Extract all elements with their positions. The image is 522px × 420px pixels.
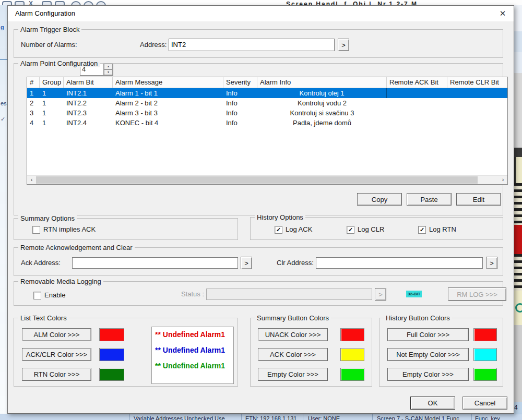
ack-clr-color-swatch: [99, 348, 124, 361]
bg-number-fragment: 4: [514, 404, 518, 411]
alarm-table: # Group Alarm Bit Alarm Message Severity…: [27, 77, 508, 185]
table-cell: INT2.1: [64, 88, 113, 98]
ack-color-button[interactable]: ACK Color >>>: [258, 348, 328, 361]
bg-fragment: [514, 254, 522, 291]
column-header[interactable]: Remote CLR Bit: [447, 77, 507, 88]
unack-color-swatch: [340, 328, 364, 341]
dialog-title: Alarm Configuration: [15, 9, 75, 17]
toolbar-icon-fragment: [42, 1, 52, 5]
table-row[interactable]: 11INT2.1Alarm 1 - bit 1InfoKontroluj ole…: [27, 88, 507, 98]
table-row[interactable]: 41INT2.4KONEC - bit 4InfoPadla, jdeme do…: [27, 118, 507, 128]
log-ack-checkbox[interactable]: ✓: [275, 226, 282, 234]
bg-fragment: [514, 183, 522, 225]
table-cell: Kontroluj olej 1: [257, 88, 387, 98]
toolbar-icon-fragment: [15, 1, 25, 5]
enable-label: Enable: [44, 291, 65, 299]
alarm-configuration-dialog: Alarm Configuration ✕ Alarm Trigger Bloc…: [7, 5, 514, 414]
scroll-left-icon[interactable]: ‹: [27, 176, 36, 184]
column-header[interactable]: Group: [40, 77, 64, 88]
column-header[interactable]: Alarm Bit: [64, 77, 113, 88]
status-segment: Variable Addresses Unchecked Use: [134, 415, 225, 420]
bg-fragment: [514, 73, 522, 148]
edit-button[interactable]: Edit: [456, 193, 501, 206]
horizontal-scrollbar[interactable]: ‹ ›: [27, 175, 507, 184]
ack-address-input[interactable]: [72, 257, 238, 269]
table-cell: Alarm 3 - bit 3: [113, 108, 223, 118]
bg-fragment: [514, 148, 522, 157]
bg-fragment: [514, 157, 522, 183]
table-cell: Kontroluj vodu 2: [257, 98, 387, 108]
table-cell: INT2.4: [64, 118, 113, 128]
history-empty-color-button[interactable]: Empty Color >>>: [387, 368, 469, 381]
cancel-button[interactable]: Cancel: [462, 397, 507, 410]
left-fragment: g: [1, 24, 4, 30]
log-ack-label: Log ACK: [286, 225, 312, 233]
status-input: [206, 289, 372, 300]
copy-button[interactable]: Copy: [357, 193, 402, 206]
bg-fragment: [514, 291, 522, 325]
table-row[interactable]: 21INT2.2Alarm 2 - bit 2InfoKontroluj vod…: [27, 98, 507, 108]
rtn-color-button[interactable]: RTN Color >>>: [22, 368, 91, 381]
column-header[interactable]: Alarm Message: [113, 77, 223, 88]
group-list-text-colors: List Text Colors ALM Color >>> ACK/CLR C…: [14, 318, 238, 387]
column-header[interactable]: Severity: [223, 77, 257, 88]
rtn-implies-ack-checkbox[interactable]: [32, 226, 40, 234]
ack-address-browse-button[interactable]: >: [241, 257, 252, 269]
group-legend: List Text Colors: [18, 314, 69, 322]
bg-fragment: [514, 52, 522, 73]
group-legend: History Button Colors: [384, 314, 452, 322]
group-legend: Removable Media Logging: [18, 278, 103, 285]
column-header[interactable]: #: [27, 77, 40, 88]
left-fragment: ✓: [1, 116, 5, 123]
table-cell: INT2.2: [64, 98, 113, 108]
status-divider: [129, 414, 130, 420]
toolbar-icon-fragment: [2, 1, 12, 5]
group-legend: Summary Button Colors: [255, 314, 331, 322]
ack-clr-color-button[interactable]: ACK/CLR Color >>>: [22, 348, 91, 361]
table-cell: 1: [40, 98, 64, 108]
bg-fragment: [514, 225, 522, 254]
rm-log-button: RM LOG >>>: [448, 287, 506, 301]
clr-address-browse-button[interactable]: >: [486, 257, 497, 269]
bg-fragment: [514, 31, 522, 52]
log-clr-checkbox[interactable]: ✓: [347, 226, 354, 234]
close-icon[interactable]: ✕: [494, 6, 512, 21]
ok-button[interactable]: OK: [410, 397, 455, 410]
toolbar-icon-fragment: [84, 1, 93, 5]
group-history-button-colors: History Button Colors Full Color >>> Not…: [379, 318, 503, 387]
column-header[interactable]: Alarm Info: [257, 77, 387, 88]
scroll-right-icon[interactable]: ›: [499, 176, 507, 184]
not-empty-color-button[interactable]: Not Empty Color >>>: [387, 348, 469, 361]
status-browse-button[interactable]: >: [375, 288, 386, 301]
column-header[interactable]: Remote ACK Bit: [387, 77, 447, 88]
log-rtn-label: Log RTN: [429, 225, 456, 233]
table-cell: Padla, jdeme domů: [257, 118, 387, 128]
table-cell: [447, 118, 507, 128]
unack-color-button[interactable]: UNACK Color >>>: [258, 328, 328, 341]
full-color-button[interactable]: Full Color >>>: [387, 328, 469, 341]
address-input[interactable]: INT2: [169, 39, 335, 51]
status-divider: [303, 414, 303, 420]
rtn-color-swatch: [99, 368, 124, 381]
num-alarms-label: Number of Alarms:: [21, 41, 77, 49]
toolbar-icon-fragment: X: [29, 1, 37, 5]
enable-checkbox[interactable]: [33, 292, 41, 299]
table-row[interactable]: 31INT2.3Alarm 3 - bit 3InfoKontroluj si …: [27, 108, 507, 118]
bg-fragment: [514, 5, 522, 31]
dialog-titlebar[interactable]: Alarm Configuration ✕: [8, 6, 514, 21]
background-toolbar-strip: X Screen Handl. f. Obj l. Nr.1 2-7 M: [0, 0, 522, 5]
empty-color-button[interactable]: Empty Color >>>: [258, 368, 328, 381]
paste-button[interactable]: Paste: [407, 193, 452, 206]
scrollbar-thumb[interactable]: [36, 176, 478, 184]
background-left-panel: g es ✓: [0, 5, 7, 414]
clr-address-label: Clr Address:: [277, 259, 314, 267]
table-cell: [387, 88, 447, 98]
address-browse-button[interactable]: >: [338, 39, 349, 51]
table-cell: [387, 108, 447, 118]
group-summary-options: Summary Options RTN implies ACK: [14, 218, 238, 240]
alm-color-button[interactable]: ALM Color >>>: [22, 328, 91, 341]
clr-address-input[interactable]: [316, 257, 483, 269]
32bit-badge: 32-BIT: [406, 291, 422, 297]
log-rtn-checkbox[interactable]: ✓: [418, 226, 426, 234]
table-cell: Kontroluj si svačinu 3: [257, 108, 387, 118]
